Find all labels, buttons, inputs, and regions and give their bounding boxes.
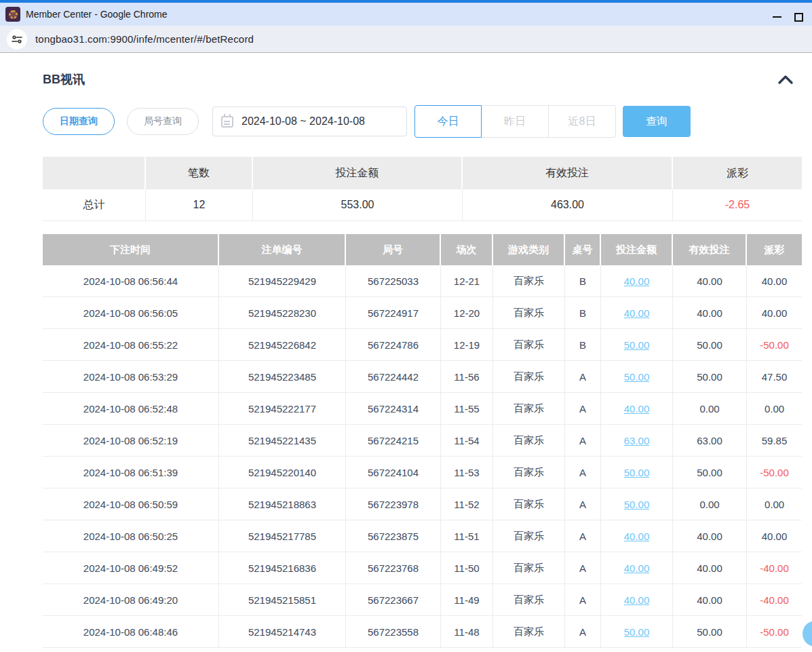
cell-order-no: 521945229429	[219, 265, 346, 296]
quick-range-yesterday[interactable]: 昨日	[482, 105, 549, 138]
table-row: 2024-10-08 06:49:52 521945216836 5672237…	[43, 552, 802, 584]
table-row: 2024-10-08 06:53:29 521945223485 5672244…	[43, 361, 802, 393]
bet-amount-link[interactable]: 40.00	[624, 594, 650, 606]
header-payout: 派彩	[747, 234, 802, 265]
summary-header-count: 笔数	[146, 157, 253, 189]
cell-bet-amount: 40.00	[601, 393, 673, 424]
cell-session: 11-56	[441, 361, 493, 392]
table-row: 2024-10-08 06:56:44 521945229429 5672250…	[43, 265, 802, 297]
bet-amount-link[interactable]: 50.00	[624, 371, 650, 383]
quick-range-last8days[interactable]: 近8日	[549, 105, 616, 138]
cell-session: 11-49	[441, 584, 493, 615]
cell-bet-time: 2024-10-08 06:51:39	[43, 457, 219, 488]
cell-session: 11-50	[441, 552, 493, 583]
query-by-date-button[interactable]: 日期查询	[43, 108, 115, 135]
search-button[interactable]: 查询	[623, 106, 691, 137]
cell-bet-amount: 50.00	[601, 329, 673, 360]
cell-bet-amount: 50.00	[601, 457, 673, 488]
cell-bet-amount: 40.00	[601, 584, 673, 615]
cell-bet-time: 2024-10-08 06:49:52	[43, 552, 219, 583]
cell-valid-bet: 50.00	[673, 361, 747, 392]
summary-total-row: 总计 12 553.00 463.00 -2.65	[43, 189, 802, 221]
cell-game-type: 百家乐	[493, 457, 565, 488]
table-row: 2024-10-08 06:52:48 521945222177 5672243…	[43, 393, 802, 425]
header-bet-time: 下注时间	[43, 234, 219, 265]
cell-order-no: 521945221435	[219, 425, 346, 456]
cell-bet-amount: 63.00	[601, 425, 673, 456]
cell-payout: -50.00	[747, 616, 802, 647]
cell-bet-time: 2024-10-08 06:50:59	[43, 488, 219, 520]
site-settings-icon[interactable]	[7, 29, 27, 50]
cell-table-no: A	[565, 393, 601, 424]
cell-bet-amount: 50.00	[601, 488, 673, 520]
cell-valid-bet: 50.00	[673, 329, 747, 360]
cell-bet-amount: 40.00	[601, 265, 673, 296]
summary-payout-value: -2.65	[673, 189, 802, 221]
summary-valid-bet-value: 463.00	[463, 189, 673, 221]
cell-game-type: 百家乐	[493, 393, 565, 424]
bet-amount-link[interactable]: 40.00	[624, 531, 650, 542]
header-game-type: 游戏类别	[493, 234, 565, 265]
cell-valid-bet: 0.00	[673, 393, 747, 424]
cell-round-no: 567224442	[346, 361, 441, 392]
cell-round-no: 567223875	[346, 520, 441, 552]
cell-game-type: 百家乐	[493, 329, 565, 360]
header-table-no: 桌号	[565, 234, 601, 265]
cell-table-no: B	[565, 297, 601, 328]
date-range-picker[interactable]: 2024-10-08 ~ 2024-10-08	[212, 107, 407, 136]
cell-payout: 0.00	[747, 488, 802, 520]
cell-valid-bet: 50.00	[673, 457, 747, 488]
quick-range-group: 今日 昨日 近8日	[414, 105, 616, 138]
cell-valid-bet: 63.00	[673, 425, 747, 456]
collapse-section-button[interactable]	[776, 73, 795, 86]
window-title: Member Center - Google Chrome	[26, 9, 168, 20]
cell-session: 11-53	[441, 457, 493, 488]
cell-round-no: 567224215	[346, 425, 441, 456]
cell-bet-time: 2024-10-08 06:55:22	[43, 329, 219, 360]
maximize-button[interactable]	[792, 5, 812, 28]
summary-header-blank	[43, 157, 146, 189]
bet-amount-link[interactable]: 40.00	[624, 403, 650, 415]
cell-order-no: 521945217785	[219, 520, 346, 552]
bet-amount-link[interactable]: 50.00	[624, 339, 650, 351]
cell-table-no: B	[565, 265, 601, 296]
summary-header-bet-amount: 投注金额	[253, 157, 463, 189]
cell-session: 12-19	[441, 329, 493, 360]
cell-valid-bet: 40.00	[673, 520, 747, 552]
table-row: 2024-10-08 06:50:59 521945218863 5672239…	[43, 488, 802, 520]
bet-amount-link[interactable]: 40.00	[624, 275, 650, 287]
minimize-button[interactable]	[762, 5, 792, 28]
bet-amount-link[interactable]: 50.00	[624, 467, 650, 478]
quick-range-today[interactable]: 今日	[414, 105, 482, 138]
bet-amount-link[interactable]: 63.00	[624, 435, 650, 446]
cell-bet-time: 2024-10-08 06:48:46	[43, 616, 219, 647]
cell-table-no: B	[565, 329, 601, 360]
cell-session: 11-54	[441, 425, 493, 456]
cell-order-no: 521945226842	[219, 329, 346, 360]
cell-valid-bet: 40.00	[673, 265, 747, 296]
summary-total-label: 总计	[43, 189, 146, 221]
header-session: 场次	[441, 234, 493, 265]
bet-record-table: 下注时间 注单编号 局号 场次 游戏类别 桌号 投注金额 有效投注 派彩 202…	[43, 234, 802, 648]
url-text[interactable]: tongbao31.com:9900/infe/mcenter/#/betRec…	[35, 33, 254, 45]
cell-valid-bet: 40.00	[673, 584, 747, 615]
cell-order-no: 521945214743	[219, 616, 346, 647]
cell-bet-time: 2024-10-08 06:52:19	[43, 425, 219, 456]
cell-round-no: 567225033	[346, 265, 441, 296]
bet-amount-link[interactable]: 40.00	[624, 562, 650, 574]
table-row: 2024-10-08 06:50:25 521945217785 5672238…	[43, 520, 802, 552]
cell-payout: 40.00	[747, 297, 802, 328]
bet-amount-link[interactable]: 50.00	[624, 626, 650, 638]
cell-session: 11-48	[441, 616, 493, 647]
bet-amount-link[interactable]: 40.00	[624, 307, 650, 319]
cell-order-no: 521945223485	[219, 361, 346, 392]
cell-round-no: 567224786	[346, 329, 441, 360]
cell-game-type: 百家乐	[493, 297, 565, 328]
cell-bet-amount: 40.00	[601, 520, 673, 552]
cell-order-no: 521945218863	[219, 488, 346, 520]
summary-header-valid-bet: 有效投注	[463, 157, 673, 189]
bet-amount-link[interactable]: 50.00	[624, 499, 650, 510]
cell-valid-bet: 40.00	[673, 552, 747, 583]
cell-round-no: 567224104	[346, 457, 441, 488]
query-by-round-button[interactable]: 局号查询	[127, 108, 199, 135]
